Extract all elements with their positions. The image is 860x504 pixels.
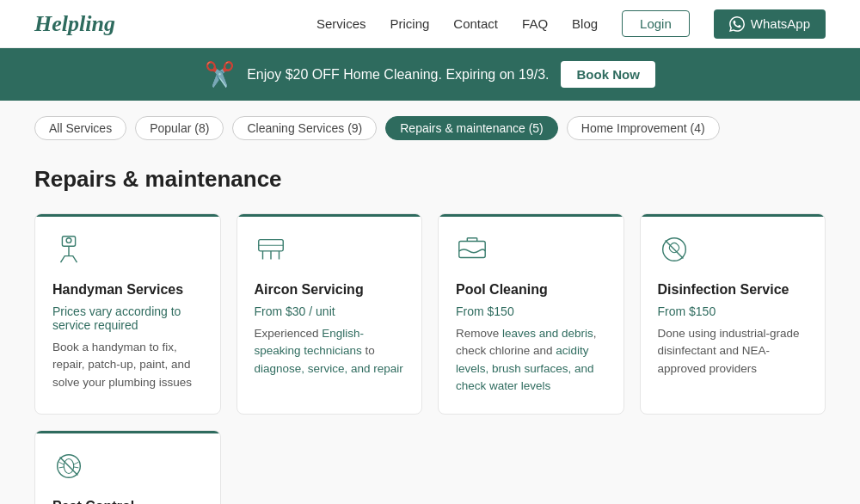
aircon-desc: Experienced English-speaking technicians… <box>255 325 405 378</box>
promo-banner: ✂️ Enjoy $20 OFF Home Cleaning. Expiring… <box>0 48 860 101</box>
disinfection-icon <box>658 233 808 272</box>
card-handyman[interactable]: Handyman Services Prices vary according … <box>34 213 221 415</box>
nav-faq[interactable]: FAQ <box>522 16 548 31</box>
disinfection-title: Disinfection Service <box>658 282 808 298</box>
section-title: Repairs & maintenance <box>34 166 826 193</box>
filter-popular[interactable]: Popular (8) <box>135 116 224 140</box>
disinfection-desc: Done using industrial-grade disinfectant… <box>658 325 808 378</box>
svg-line-17 <box>59 462 64 464</box>
pest-title: Pest Control <box>52 499 203 504</box>
nav-links: Services Pricing Contact FAQ Blog Login … <box>316 9 826 39</box>
pool-title: Pool Cleaning <box>456 282 606 298</box>
handyman-desc: Book a handyman to fix, repair, patch-up… <box>52 339 203 391</box>
nav-services[interactable]: Services <box>316 16 366 31</box>
disinfection-price: From $150 <box>658 304 808 318</box>
pool-icon <box>456 233 606 272</box>
whatsapp-label: WhatsApp <box>751 16 810 31</box>
promo-text: Enjoy $20 OFF Home Cleaning. Expiring on… <box>247 67 549 83</box>
aircon-title: Aircon Servicing <box>255 282 405 298</box>
svg-line-20 <box>74 467 79 468</box>
nav-blog[interactable]: Blog <box>572 16 598 31</box>
filter-home-improvement[interactable]: Home Improvement (4) <box>567 116 720 140</box>
filter-repairs[interactable]: Repairs & maintenance (5) <box>385 116 558 140</box>
filter-bar: All Services Popular (8) Cleaning Servic… <box>0 101 860 149</box>
handyman-price: Prices vary according to service require… <box>52 304 203 332</box>
card-disinfection[interactable]: Disinfection Service From $150 Done usin… <box>640 213 826 415</box>
svg-line-15 <box>60 458 78 476</box>
navbar: Helpling Services Pricing Contact FAQ Bl… <box>0 0 860 48</box>
cards-row-1: Handyman Services Prices vary according … <box>34 213 826 415</box>
pool-desc: Remove leaves and debris, check chlorine… <box>456 325 606 395</box>
main-content: Repairs & maintenance Handyman Services … <box>0 149 860 504</box>
handyman-icon <box>52 233 203 272</box>
nav-pricing[interactable]: Pricing <box>390 16 429 31</box>
svg-line-19 <box>74 462 79 464</box>
site-logo[interactable]: Helpling <box>34 11 115 37</box>
book-now-button[interactable]: Book Now <box>561 61 654 88</box>
svg-point-2 <box>66 238 71 243</box>
aircon-icon <box>255 233 405 272</box>
pool-price: From $150 <box>456 304 606 318</box>
nav-contact[interactable]: Contact <box>453 16 498 31</box>
card-pest[interactable]: Pest Control Prices vary according to se… <box>34 430 221 504</box>
login-button[interactable]: Login <box>622 10 690 37</box>
whatsapp-button[interactable]: WhatsApp <box>714 9 826 39</box>
card-aircon[interactable]: Aircon Servicing From $30 / unit Experie… <box>236 213 423 415</box>
cards-row-2: Pest Control Prices vary according to se… <box>34 430 826 504</box>
pest-icon <box>52 450 203 489</box>
card-pool[interactable]: Pool Cleaning From $150 Remove leaves an… <box>438 213 624 415</box>
whatsapp-icon <box>729 16 745 32</box>
svg-line-18 <box>59 467 64 468</box>
filter-all-services[interactable]: All Services <box>34 116 126 140</box>
handyman-title: Handyman Services <box>52 282 203 298</box>
aircon-price: From $30 / unit <box>255 304 405 318</box>
filter-cleaning[interactable]: Cleaning Services (9) <box>232 116 377 140</box>
promo-icon: ✂️ <box>205 60 235 89</box>
